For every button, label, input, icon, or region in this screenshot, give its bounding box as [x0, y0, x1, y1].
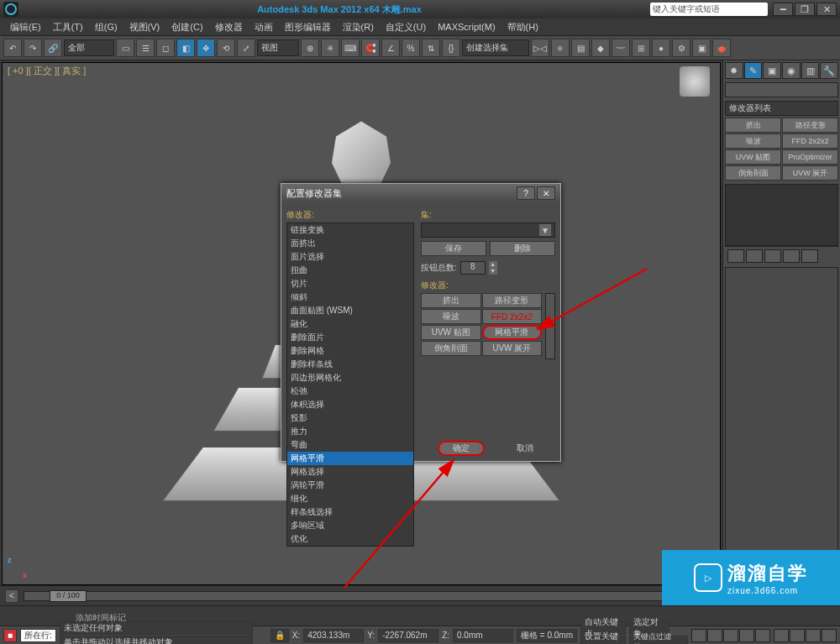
angle-snap-button[interactable]: ∠: [381, 39, 400, 57]
save-set-button[interactable]: 保存: [421, 241, 486, 256]
list-item[interactable]: 弯曲: [287, 438, 413, 452]
set-btn-6[interactable]: 倒角剖面: [421, 341, 481, 356]
panel-btn-extrude[interactable]: 挤出: [725, 118, 781, 133]
graphite-button[interactable]: ◆: [591, 39, 610, 57]
list-item[interactable]: 网格平滑: [287, 452, 413, 465]
panel-btn-noise[interactable]: 噪波: [725, 134, 781, 149]
list-item[interactable]: 切片: [287, 277, 413, 291]
align-button[interactable]: ≡: [551, 39, 570, 57]
select-object-button[interactable]: ▭: [116, 39, 134, 57]
panel-btn-uvwunwrap[interactable]: UVW 展开: [782, 165, 838, 181]
minimize-button[interactable]: ━: [773, 3, 793, 16]
next-frame-button[interactable]: [739, 629, 754, 642]
make-unique-button[interactable]: [764, 249, 781, 263]
window-crossing-button[interactable]: ◧: [176, 39, 195, 57]
menu-customize[interactable]: 自定义(U): [381, 19, 431, 35]
list-item[interactable]: 删除面片: [287, 331, 413, 344]
list-item[interactable]: 删除样条线: [287, 358, 413, 371]
dialog-titlebar[interactable]: 配置修改器集 ? ✕: [281, 184, 560, 202]
list-item[interactable]: 样条线选择: [287, 505, 413, 519]
keyboard-shortcut-button[interactable]: ⌨: [341, 39, 360, 57]
panel-btn-prooptimizer[interactable]: ProOptimizer: [782, 149, 838, 165]
nav-orbit-button[interactable]: [790, 629, 805, 642]
panel-btn-uvwmap[interactable]: UVW 贴图: [725, 149, 781, 165]
play-button[interactable]: [723, 629, 738, 642]
viewcube[interactable]: ◳: [680, 66, 710, 97]
nav-zoom-button[interactable]: [806, 629, 821, 642]
show-end-result-button[interactable]: [746, 249, 763, 263]
set-btn-4[interactable]: UVW 贴图: [421, 325, 481, 340]
link-button[interactable]: 🔗: [44, 39, 62, 57]
setkey-button[interactable]: 设置关键点: [580, 636, 626, 644]
set-btn-0[interactable]: 挤出: [421, 293, 481, 308]
coord-z[interactable]: 0.0mm: [453, 629, 513, 642]
modifier-list-dropdown[interactable]: 修改器列表: [725, 101, 838, 116]
list-item[interactable]: 多响区域: [287, 519, 413, 532]
menu-animation[interactable]: 动画: [249, 19, 278, 35]
coord-y[interactable]: -2267.062m: [378, 629, 438, 642]
list-item[interactable]: 优化: [287, 532, 413, 546]
spinner-down[interactable]: ▼: [489, 268, 497, 275]
set-btn-5[interactable]: 网格平滑: [482, 325, 543, 340]
rendered-fb-button[interactable]: ▣: [692, 39, 711, 57]
panel-btn-ffd[interactable]: FFD 2x2x2: [782, 134, 838, 149]
modify-tab-icon[interactable]: ✎: [744, 62, 763, 79]
time-config-icon[interactable]: <: [5, 589, 18, 603]
spinner-up[interactable]: ▲: [489, 261, 497, 268]
select-scale-button[interactable]: ⤢: [237, 39, 255, 57]
panel-btn-pathdeform[interactable]: 路径变形: [782, 118, 838, 133]
menu-create[interactable]: 创建(C): [166, 19, 207, 35]
nav-pan-button[interactable]: [774, 629, 789, 642]
menu-modifiers[interactable]: 修改器: [210, 19, 248, 35]
spinner-snap-button[interactable]: ⇅: [422, 39, 440, 57]
create-tab-icon[interactable]: ✹: [725, 62, 743, 79]
script-listener-button[interactable]: ■: [3, 629, 17, 642]
select-rotate-button[interactable]: ⟲: [217, 39, 235, 57]
named-selection-set[interactable]: 创建选择集: [462, 39, 529, 56]
goto-end-button[interactable]: [755, 629, 770, 642]
viewport-label[interactable]: [ +0 ][ 正交 ][ 真实 ]: [8, 65, 86, 77]
snap-toggle-button[interactable]: 🧲: [361, 39, 380, 57]
set-btn-1[interactable]: 路径变形: [482, 293, 543, 308]
hierarchy-tab-icon[interactable]: ▣: [763, 62, 781, 79]
menu-grapheditors[interactable]: 图形编辑器: [280, 19, 336, 35]
material-editor-button[interactable]: ●: [652, 39, 670, 57]
manipulate-button[interactable]: ✳: [321, 39, 339, 57]
list-item[interactable]: 链接变换: [287, 223, 413, 237]
lock-selection-icon[interactable]: 🔒: [270, 629, 289, 642]
configure-sets-button[interactable]: [801, 249, 818, 263]
list-item[interactable]: 面挤出: [287, 237, 413, 250]
time-slider-thumb[interactable]: 0 / 100: [50, 590, 87, 602]
list-item[interactable]: 推力: [287, 425, 413, 438]
display-tab-icon[interactable]: ▥: [801, 62, 820, 79]
layer-manager-button[interactable]: ▤: [571, 39, 590, 57]
undo-button[interactable]: ↶: [3, 39, 22, 57]
list-item[interactable]: 投影: [287, 411, 413, 425]
close-button[interactable]: ✕: [816, 3, 837, 16]
pivot-center-button[interactable]: ⊕: [301, 39, 319, 57]
select-move-button[interactable]: ✥: [197, 39, 215, 57]
render-setup-button[interactable]: ⚙: [672, 39, 690, 57]
prev-frame-button[interactable]: [707, 629, 722, 642]
menu-help[interactable]: 帮助(H): [502, 19, 543, 35]
restore-button[interactable]: ❐: [795, 3, 815, 16]
menu-views[interactable]: 视图(V): [124, 19, 165, 35]
dialog-close-button[interactable]: ✕: [537, 186, 555, 200]
set-slot-scrollbar[interactable]: [545, 293, 555, 359]
utilities-tab-icon[interactable]: 🔧: [820, 62, 838, 79]
menu-tools[interactable]: 工具(T): [48, 19, 88, 35]
nav-zoomext-button[interactable]: [822, 629, 837, 642]
modifier-stack[interactable]: [725, 184, 838, 246]
redo-button[interactable]: ↷: [24, 39, 42, 57]
selection-filter[interactable]: 全部: [64, 39, 114, 56]
motion-tab-icon[interactable]: ◉: [782, 62, 801, 79]
keyfilter-button[interactable]: 关键点过滤器…: [629, 636, 688, 644]
schematic-view-button[interactable]: ⊞: [632, 39, 650, 57]
list-item[interactable]: 倾斜: [287, 291, 413, 304]
percent-snap-button[interactable]: %: [402, 39, 420, 57]
modifiers-listbox[interactable]: 链接变换面挤出面片选择扭曲切片倾斜曲面贴图 (WSM)融化删除面片删除网格删除样…: [286, 223, 414, 547]
time-tag-area[interactable]: 添加时间标记: [76, 612, 126, 624]
menu-maxscript[interactable]: MAXScript(M): [433, 20, 500, 34]
list-item[interactable]: 面片选择: [287, 250, 413, 264]
list-item[interactable]: 体积选择: [287, 398, 413, 411]
